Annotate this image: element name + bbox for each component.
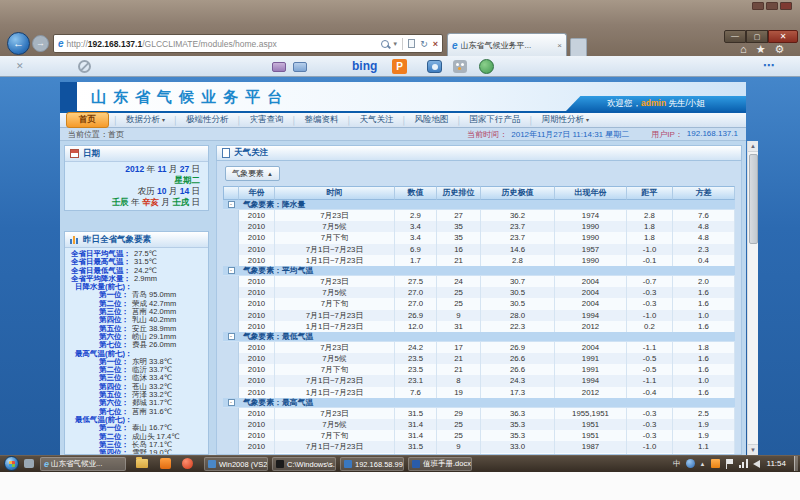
bing-badge-icon[interactable]: P (392, 59, 407, 74)
nav-item-5[interactable]: 天气关注 (352, 114, 402, 126)
table-row[interactable]: 20107月23日2.92736.219742.87.6 (223, 210, 735, 221)
column-header[interactable]: 方差 (673, 186, 735, 200)
volume-icon[interactable] (753, 460, 760, 468)
clock[interactable]: 11:54 (767, 459, 786, 468)
nav-item-2[interactable]: 极端性分析 (178, 114, 237, 126)
explorer-folder-icon[interactable] (136, 459, 148, 468)
table-row[interactable]: 20107月下旬3.43523.719901.84.8 (223, 232, 735, 243)
table-row[interactable]: 20107月5候31.42535.31951-0.31.9 (223, 419, 735, 430)
column-header[interactable]: 历史排位 (437, 186, 481, 200)
table-group-row[interactable]: -气象要素：平均气温 (223, 266, 735, 276)
background-window-control (780, 2, 792, 10)
toolbar-card-icon[interactable] (272, 62, 286, 72)
compatibility-icon[interactable] (408, 39, 415, 48)
tray-app-icon[interactable] (686, 459, 695, 468)
table-row[interactable]: 20101月1日~7月23日7.61917.32012-0.41.6 (223, 387, 735, 398)
more-options-icon[interactable]: ⋯ (763, 59, 776, 72)
table-group-row[interactable]: -气象要素：最高气温 (223, 398, 735, 408)
stop-icon[interactable]: × (433, 39, 438, 49)
table-row[interactable]: 20107月23日31.52936.31955,1951-0.32.5 (223, 408, 735, 419)
taskbar-active-window-button[interactable]: e 山东省气候业... (40, 457, 126, 471)
globe-icon[interactable] (479, 59, 494, 74)
tray-expand-icon[interactable]: ▲ (700, 461, 706, 467)
row-expand-cell (223, 375, 239, 386)
network-icon[interactable] (739, 459, 748, 468)
close-button[interactable]: ✕ (768, 30, 798, 43)
element-filter-button[interactable]: 气象要素▲ (225, 166, 280, 181)
taskbar-window-button[interactable]: 192.168.58.99... (340, 457, 404, 471)
column-header[interactable]: 年份 (239, 186, 275, 200)
table-group-row[interactable]: -气象要素：降水量 (223, 200, 735, 210)
table-row[interactable]: 20107月1日~7月23日26.9928.01994-1.01.0 (223, 310, 735, 321)
nav-item-8[interactable]: 周期性分析▾ (534, 114, 598, 126)
collapse-icon[interactable]: - (228, 399, 235, 406)
close-bar-icon[interactable]: ✕ (16, 61, 24, 71)
table-row[interactable]: 20107月5候27.02530.52004-0.31.6 (223, 287, 735, 298)
start-button[interactable] (4, 456, 19, 471)
breadcrumb-value[interactable]: 首页 (108, 129, 124, 140)
action-center-flag-icon[interactable] (725, 459, 734, 469)
tab-close-icon[interactable]: × (557, 41, 562, 50)
taskbar-tray-app-icon[interactable] (24, 459, 34, 468)
back-button[interactable]: ← (7, 32, 30, 55)
camera-icon[interactable] (427, 60, 442, 73)
minimize-button[interactable]: — (724, 30, 746, 43)
table-row[interactable]: 20107月5候23.52126.61991-0.51.6 (223, 353, 735, 364)
column-header[interactable]: 出现年份 (555, 186, 627, 200)
table-row[interactable]: 20107月1日~7月23日6.91614.61957-1.02.3 (223, 244, 735, 255)
media-player-icon[interactable] (182, 458, 193, 469)
chevron-down-icon[interactable]: ▼ (392, 41, 398, 47)
forward-button[interactable]: → (32, 35, 49, 52)
maximize-button[interactable]: ▢ (746, 30, 768, 43)
nav-item-6[interactable]: 风险地图 (407, 114, 457, 126)
collapse-icon[interactable]: - (228, 333, 235, 340)
table-row[interactable]: 20107月1日~7月23日23.1824.31994-1.11.0 (223, 375, 735, 386)
scroll-up-arrow[interactable]: ▲ (748, 141, 758, 152)
tray-alert-icon[interactable] (711, 459, 720, 468)
table-row[interactable]: 20101月1日~7月23日12.03122.320120.21.6 (223, 321, 735, 332)
refresh-icon[interactable]: ↻ (420, 39, 428, 49)
bing-logo[interactable]: bing (352, 59, 377, 73)
taskbar-window-button[interactable]: 值班手册.docx ... (408, 457, 472, 471)
table-row[interactable]: 20107月下旬31.42535.31951-0.31.9 (223, 430, 735, 441)
nav-item-7[interactable]: 国家下行产品 (462, 114, 529, 126)
scroll-down-arrow[interactable]: ▼ (748, 444, 758, 455)
search-icon[interactable] (381, 40, 389, 48)
scrollbar-thumb[interactable] (749, 154, 758, 244)
paw-icon[interactable] (453, 60, 467, 73)
column-header[interactable]: 距平 (627, 186, 673, 200)
table-row[interactable]: 20107月23日24.21726.92004-1.11.8 (223, 342, 735, 353)
collapse-icon[interactable]: - (228, 267, 235, 274)
vertical-scrollbar[interactable]: ▲ ▼ (747, 141, 758, 455)
new-tab-button[interactable] (570, 38, 587, 56)
table-row[interactable]: 20107月下旬23.52126.61991-0.51.6 (223, 364, 735, 375)
show-desktop-button[interactable] (794, 456, 798, 471)
home-icon[interactable]: ⌂ (740, 43, 747, 56)
nav-item-4[interactable]: 整编资料 (297, 114, 347, 126)
nav-item-1[interactable]: 数据分析▾ (118, 114, 173, 126)
table-row[interactable]: 20107月1日~7月23日31.5933.01987-1.01.1 (223, 441, 735, 452)
collapse-icon[interactable]: - (228, 201, 235, 208)
table-row[interactable]: 20107月下旬27.02530.52004-0.31.6 (223, 298, 735, 309)
blocked-icon[interactable] (78, 60, 91, 73)
taskbar-window-button[interactable]: C:\Windows\s... (272, 457, 336, 471)
table-cell: 2010 (239, 353, 275, 364)
column-header[interactable]: 时间 (275, 186, 395, 200)
favorites-star-icon[interactable]: ★ (756, 43, 766, 56)
table-row[interactable]: 20107月23日27.52430.72004-0.72.0 (223, 276, 735, 287)
toolbar-mail-icon[interactable] (293, 62, 307, 72)
nav-item-3[interactable]: 灾害查询 (242, 114, 292, 126)
taskbar-window-button[interactable]: Win2008 (VS2... (204, 457, 268, 471)
nav-item-0[interactable]: 首页 (66, 112, 109, 128)
settings-gear-icon[interactable]: ⚙ (775, 43, 785, 56)
browser-tab[interactable]: e 山东省气候业务平... × (447, 33, 567, 56)
table-row[interactable]: 20101月1日~7月23日1.7212.81990-0.10.4 (223, 255, 735, 266)
app-icon (276, 460, 284, 468)
column-header[interactable]: 历史极值 (481, 186, 555, 200)
table-row[interactable]: 20107月5候3.43523.719901.84.8 (223, 221, 735, 232)
address-bar[interactable]: e http://192.168.137.1/GLCCLIMATE/module… (53, 34, 443, 53)
ime-indicator[interactable]: 中 (673, 459, 681, 469)
column-header[interactable]: 数值 (395, 186, 437, 200)
pinned-app-icon[interactable] (160, 458, 171, 469)
table-group-row[interactable]: -气象要素：最低气温 (223, 332, 735, 342)
